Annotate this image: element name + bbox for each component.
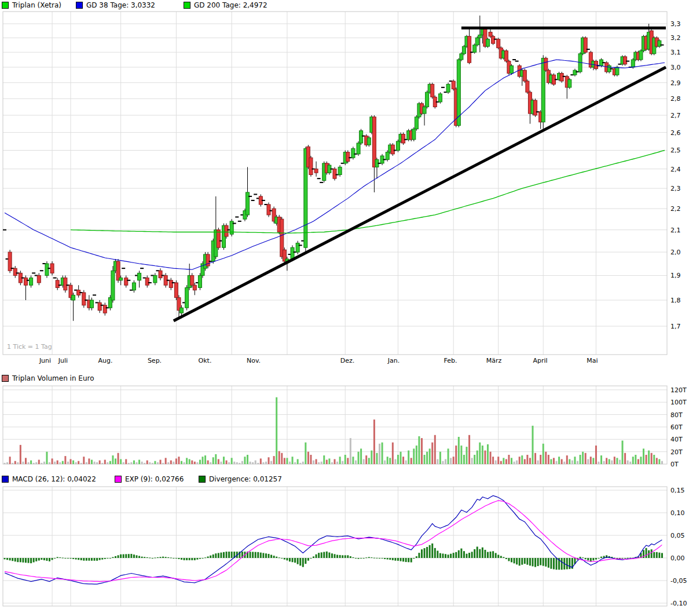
candle-down bbox=[98, 302, 101, 310]
y-tick-label: 1,8 bbox=[670, 297, 681, 304]
divergence-bar bbox=[25, 558, 27, 563]
volume-bar bbox=[265, 462, 267, 464]
volume-bar bbox=[587, 459, 589, 464]
divergence-bar bbox=[212, 554, 214, 558]
divergence-bar bbox=[286, 558, 288, 560]
divergence-bar bbox=[350, 556, 351, 558]
month-label: Feb. bbox=[444, 357, 457, 364]
volume-bar bbox=[109, 461, 111, 464]
divergence-bar bbox=[658, 553, 660, 558]
doji-dash bbox=[320, 182, 323, 183]
volume-bar bbox=[500, 461, 502, 464]
y-tick-label: 3,3 bbox=[670, 20, 681, 28]
y-tick-label: 60T bbox=[670, 424, 683, 431]
candle-down bbox=[489, 32, 492, 36]
divergence-bar bbox=[352, 557, 354, 558]
volume-bar bbox=[141, 462, 143, 464]
divergence-bar bbox=[260, 553, 262, 558]
volume-bar bbox=[118, 453, 119, 464]
divergence-bar bbox=[289, 558, 291, 561]
volume-bar bbox=[376, 453, 378, 464]
divergence-bar bbox=[149, 557, 151, 558]
divergence-bar bbox=[653, 552, 655, 558]
divergence-bar bbox=[482, 548, 483, 558]
volume-bar bbox=[453, 457, 455, 464]
divergence-bar bbox=[75, 558, 77, 560]
volume-bar bbox=[165, 458, 167, 464]
volume-bar bbox=[635, 455, 636, 464]
divergence-bar bbox=[382, 558, 383, 559]
candle-up bbox=[473, 45, 477, 53]
candle-up bbox=[90, 300, 93, 308]
volume-bar bbox=[574, 457, 576, 464]
divergence-bar bbox=[184, 558, 185, 560]
divergence-bar bbox=[463, 551, 465, 558]
candle-down bbox=[145, 278, 149, 286]
volume-bar bbox=[244, 457, 245, 464]
divergence-bar bbox=[299, 558, 301, 565]
candle-up bbox=[138, 273, 141, 280]
volume-bar bbox=[128, 463, 130, 464]
volume-bar bbox=[373, 419, 375, 464]
divergence-bar bbox=[421, 549, 423, 558]
candle-down bbox=[534, 100, 537, 115]
y-tick-label: 1,7 bbox=[670, 323, 681, 330]
y-tick-label: 2,4 bbox=[670, 166, 681, 173]
divergence-bar bbox=[582, 557, 584, 558]
volume-bar bbox=[553, 458, 555, 464]
doji-dash bbox=[238, 221, 241, 222]
y-tick-label: 20T bbox=[670, 448, 683, 456]
volume-bar bbox=[286, 458, 288, 464]
volume-bar bbox=[598, 462, 600, 464]
y-tick-label: 120T bbox=[670, 386, 687, 394]
candle-up bbox=[296, 243, 299, 253]
divergence-bar bbox=[616, 558, 618, 559]
divergence-bar bbox=[20, 558, 21, 562]
divergence-bar bbox=[529, 558, 531, 565]
volume-bar bbox=[429, 448, 431, 464]
divergence-bar bbox=[94, 558, 96, 561]
macd-panel-grid: 0,150,100,050,00-0,05-0,10 bbox=[3, 487, 687, 607]
volume-bar bbox=[273, 456, 275, 464]
divergence-bar bbox=[429, 545, 431, 558]
volume-bar bbox=[78, 461, 79, 464]
volume-bar bbox=[624, 453, 626, 464]
y-tick-label: 2,9 bbox=[670, 79, 681, 87]
divergence-bar bbox=[305, 558, 306, 564]
candle-up bbox=[119, 278, 123, 280]
candle-down bbox=[504, 51, 508, 61]
volume-bar bbox=[561, 459, 563, 464]
divergence-bar bbox=[276, 557, 277, 558]
candle-up bbox=[153, 275, 157, 283]
candle-down bbox=[37, 275, 41, 283]
volume-bar bbox=[252, 462, 254, 464]
panel-border bbox=[3, 12, 667, 355]
divergence-bar bbox=[146, 557, 148, 558]
volume-bar bbox=[284, 458, 285, 464]
volume-bar bbox=[355, 461, 357, 464]
volume-bar bbox=[38, 460, 40, 464]
divergence-bar bbox=[173, 558, 174, 559]
volume-bar bbox=[471, 458, 473, 464]
volume-bar bbox=[619, 460, 621, 464]
divergence-bar bbox=[553, 558, 555, 570]
volume-bar bbox=[64, 456, 66, 464]
candle-down bbox=[333, 169, 336, 179]
candle-up bbox=[30, 278, 33, 286]
volume-bar bbox=[310, 455, 311, 464]
divergence-bar bbox=[257, 552, 259, 558]
month-label: Juni bbox=[39, 357, 51, 364]
volume-bar bbox=[28, 462, 30, 464]
volume-bar bbox=[257, 463, 259, 464]
divergence-bar bbox=[646, 548, 647, 558]
volume-bar bbox=[495, 461, 497, 464]
volume-bar bbox=[405, 461, 407, 464]
divergence-bar bbox=[101, 558, 103, 560]
volume-bar bbox=[326, 460, 328, 464]
volume-bar bbox=[281, 453, 283, 464]
volume-bar bbox=[162, 463, 164, 464]
divergence-bar bbox=[508, 558, 510, 561]
divergence-bar bbox=[186, 558, 188, 560]
divergence-bar bbox=[331, 553, 333, 558]
volume-bar bbox=[67, 462, 69, 464]
